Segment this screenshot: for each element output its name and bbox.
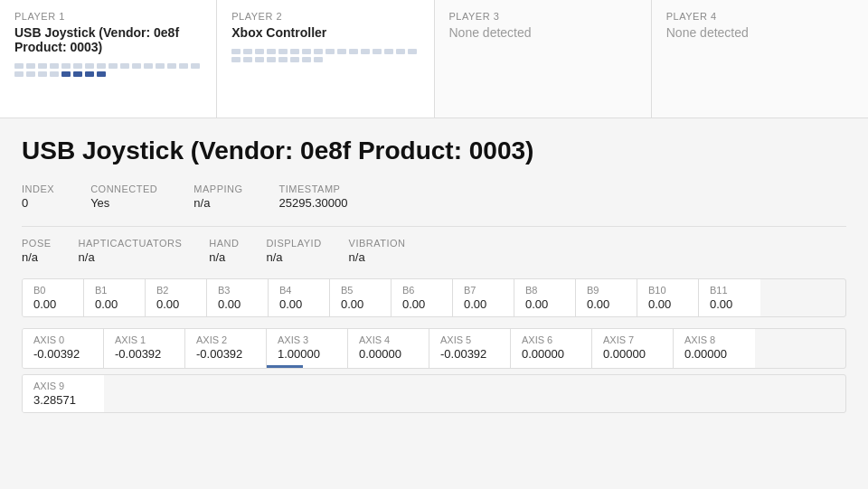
info-connected: CONNECTED Yes xyxy=(90,183,157,210)
dot xyxy=(278,57,288,62)
button-value: 0.00 xyxy=(648,297,687,311)
button-cell-b3: B30.00 xyxy=(207,279,269,316)
button-cell-b4: B40.00 xyxy=(269,279,330,316)
axis-cell-axis-6: AXIS 60.00000 xyxy=(511,329,592,368)
pose-haptic: HapticActuators n/a xyxy=(79,238,183,264)
dot xyxy=(26,71,35,77)
button-value: 0.00 xyxy=(710,297,750,311)
dot xyxy=(167,63,176,69)
axis-value: -0.00392 xyxy=(115,347,174,361)
player-card-4[interactable]: PLAYER 4None detected xyxy=(652,0,868,118)
axis-value: -0.00392 xyxy=(440,347,499,361)
axis-value: -0.00392 xyxy=(196,347,255,361)
axis-value: 0.00000 xyxy=(359,347,418,361)
axis-cell-axis-9: AXIS 93.28571 xyxy=(23,375,104,412)
button-cell-b1: B10.00 xyxy=(84,279,146,316)
dot xyxy=(314,57,323,62)
button-cell-b5: B50.00 xyxy=(330,279,392,316)
axis-label: AXIS 9 xyxy=(33,381,93,391)
button-value: 0.00 xyxy=(218,297,257,311)
dot xyxy=(14,63,24,69)
player-label-3: PLAYER 3 xyxy=(449,11,637,22)
axis-cell-axis-1: AXIS 1-0.00392 xyxy=(104,329,185,368)
button-label: B0 xyxy=(33,285,72,296)
dot xyxy=(179,63,188,69)
dot xyxy=(85,63,94,69)
info-timestamp: TIMESTAMP 25295.30000 xyxy=(279,183,348,210)
button-row: B00.00B10.00B20.00B30.00B40.00B50.00B60.… xyxy=(22,278,846,317)
player-card-3[interactable]: PLAYER 3None detected xyxy=(435,0,652,118)
info-mapping: MAPPING n/a xyxy=(193,183,242,210)
pose-pose: Pose n/a xyxy=(22,238,52,264)
player-card-1[interactable]: PLAYER 1USB Joystick (Vendor: 0e8f Produ… xyxy=(0,0,217,118)
dot xyxy=(120,63,129,69)
axis-cell-axis-0: AXIS 0-0.00392 xyxy=(23,329,104,368)
dot xyxy=(85,71,94,77)
button-value: 0.00 xyxy=(95,297,134,311)
dot xyxy=(349,49,358,54)
dot xyxy=(191,63,200,69)
dot xyxy=(302,57,311,62)
dot xyxy=(50,63,59,69)
dot xyxy=(132,63,141,69)
info-grid: INDEX 0 CONNECTED Yes MAPPING n/a TIMEST… xyxy=(22,183,846,210)
axis-value: 3.28571 xyxy=(33,393,93,407)
axis-cell-axis-4: AXIS 40.00000 xyxy=(348,329,429,368)
dot xyxy=(61,71,71,77)
button-value: 0.00 xyxy=(402,297,441,311)
button-label: B3 xyxy=(218,285,257,296)
button-label: B7 xyxy=(464,285,503,296)
axis-cell-axis-3: AXIS 31.00000 xyxy=(267,329,348,368)
axis-label: AXIS 1 xyxy=(115,334,174,345)
axis-value: 0.00000 xyxy=(522,347,580,361)
dot xyxy=(278,49,288,54)
player-name-3: None detected xyxy=(449,25,637,40)
dot xyxy=(144,63,153,69)
axis-cell-axis-7: AXIS 70.00000 xyxy=(592,329,674,368)
axis-value: 0.00000 xyxy=(603,347,662,361)
dot xyxy=(408,49,417,54)
axis-label: AXIS 5 xyxy=(440,334,499,345)
dot xyxy=(243,57,252,62)
pose-vibration: Vibration n/a xyxy=(349,238,406,264)
axis-label: AXIS 0 xyxy=(33,334,92,345)
axis-label: AXIS 8 xyxy=(684,334,744,345)
dot xyxy=(396,49,405,54)
button-label: B4 xyxy=(279,285,318,296)
button-cell-b7: B70.00 xyxy=(453,279,514,316)
dot xyxy=(38,63,47,69)
axis-row-2: AXIS 93.28571 xyxy=(22,374,846,413)
player-card-2[interactable]: PLAYER 2Xbox Controller xyxy=(217,0,434,118)
button-label: B2 xyxy=(156,285,195,296)
button-cell-b9: B90.00 xyxy=(576,279,637,316)
main-content: USB Joystick (Vendor: 0e8f Product: 0003… xyxy=(0,118,868,437)
dot xyxy=(290,49,299,54)
dot xyxy=(97,63,106,69)
button-value: 0.00 xyxy=(587,297,626,311)
axis-bar xyxy=(267,365,303,368)
axis-value: 0.00000 xyxy=(684,347,744,361)
dot xyxy=(361,49,370,54)
dot xyxy=(73,63,82,69)
dot xyxy=(255,57,264,62)
button-cell-b10: B100.00 xyxy=(637,279,699,316)
pose-displayid: DisplayId n/a xyxy=(266,238,321,264)
pose-grid: Pose n/a HapticActuators n/a Hand n/a Di… xyxy=(22,238,846,264)
dot xyxy=(290,57,299,62)
button-cell-b6: B60.00 xyxy=(392,279,453,316)
button-value: 0.00 xyxy=(33,297,72,311)
dot-row-1 xyxy=(14,63,202,77)
dot xyxy=(38,71,47,77)
dot xyxy=(97,71,106,77)
button-cell-b2: B20.00 xyxy=(146,279,207,316)
axis-row-1: AXIS 0-0.00392AXIS 1-0.00392AXIS 2-0.003… xyxy=(22,328,846,369)
dot xyxy=(302,49,311,54)
dot xyxy=(267,49,276,54)
button-value: 0.00 xyxy=(156,297,195,311)
button-value: 0.00 xyxy=(341,297,380,311)
button-section: B00.00B10.00B20.00B30.00B40.00B50.00B60.… xyxy=(22,278,846,317)
dot xyxy=(108,63,118,69)
dot xyxy=(156,63,165,69)
dot xyxy=(231,49,241,54)
info-index: INDEX 0 xyxy=(22,183,54,210)
